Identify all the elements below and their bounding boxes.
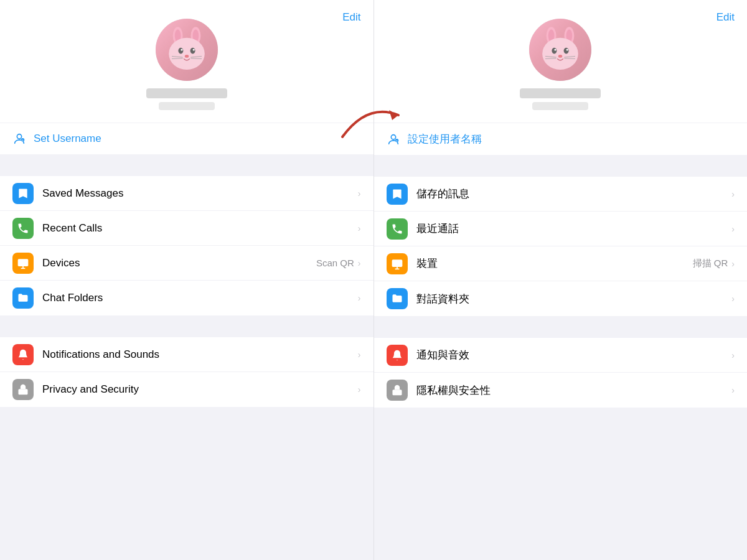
left-chat-folders-icon [12, 287, 34, 309]
right-devices-chevron: › [731, 259, 735, 269]
left-avatar [156, 19, 218, 81]
right-recent-calls[interactable]: 最近通話 › [374, 212, 748, 246]
right-recent-calls-chevron: › [731, 224, 735, 234]
left-divider-1 [0, 154, 374, 176]
left-devices-extra: Scan QR [316, 258, 354, 268]
right-saved-messages-label: 儲存的訊息 [416, 187, 732, 201]
right-recent-calls-label: 最近通話 [416, 222, 732, 236]
svg-rect-20 [19, 389, 28, 394]
svg-rect-38 [392, 259, 402, 267]
left-panel: Edit [0, 0, 374, 560]
left-privacy-icon [12, 379, 34, 400]
right-divider-1 [374, 155, 748, 177]
svg-point-9 [185, 55, 189, 58]
left-recent-calls-label: Recent Calls [42, 222, 358, 235]
svg-point-25 [542, 38, 578, 70]
svg-point-6 [190, 48, 195, 54]
right-notifications-chevron: › [731, 350, 735, 360]
svg-point-27 [564, 48, 569, 54]
left-menu-section-2: Notifications and Sounds › Privacy and S… [0, 337, 374, 407]
left-devices[interactable]: Devices Scan QR › [0, 246, 374, 281]
svg-point-29 [566, 49, 568, 50]
right-panel: Edit [374, 0, 748, 560]
right-recent-calls-icon [387, 218, 408, 240]
left-saved-messages-label: Saved Messages [42, 187, 358, 200]
right-devices-label: 裝置 [416, 256, 693, 271]
left-devices-icon [12, 253, 34, 274]
left-recent-calls[interactable]: Recent Calls › [0, 211, 374, 246]
right-username-icon: @ [387, 133, 400, 146]
right-devices-extra: 掃描 QR [693, 258, 728, 269]
right-notifications-label: 通知與音效 [416, 348, 732, 362]
right-phone-blur [532, 102, 588, 110]
right-privacy-label: 隱私權與安全性 [416, 383, 732, 398]
svg-rect-17 [18, 259, 29, 266]
left-edit-button[interactable]: Edit [342, 11, 360, 24]
svg-point-28 [555, 49, 557, 50]
right-avatar-svg [535, 25, 585, 75]
svg-point-7 [181, 49, 182, 50]
right-chat-folders[interactable]: 對話資料夾 › [374, 281, 748, 316]
right-privacy-chevron: › [731, 385, 735, 395]
right-menu-section-1: 儲存的訊息 › 最近通話 › 裝置 掃描 QR › 對話資料夾 › [374, 177, 748, 316]
left-menu-section-1: Saved Messages › Recent Calls › Devices … [0, 176, 374, 315]
left-username-section[interactable]: @ Set Username [0, 123, 374, 154]
right-privacy[interactable]: 隱私權與安全性 › [374, 373, 748, 408]
left-avatar-svg [162, 25, 212, 75]
left-phone-blur [159, 102, 215, 110]
left-devices-label: Devices [42, 257, 316, 269]
svg-rect-41 [392, 390, 402, 395]
left-privacy-label: Privacy and Security [42, 383, 358, 396]
left-privacy-chevron: › [358, 385, 361, 394]
right-profile-section: Edit [374, 0, 748, 123]
left-notifications-label: Notifications and Sounds [42, 348, 358, 361]
svg-point-30 [558, 55, 562, 58]
svg-point-4 [169, 38, 205, 70]
right-username-section[interactable]: @ 設定使用者名稱 [374, 123, 748, 155]
left-chat-folders-label: Chat Folders [42, 292, 358, 304]
left-username-icon: @ [12, 132, 26, 146]
right-saved-messages[interactable]: 儲存的訊息 › [374, 177, 748, 212]
right-notifications[interactable]: 通知與音效 › [374, 338, 748, 373]
svg-text:@: @ [395, 140, 398, 142]
left-devices-chevron: › [358, 258, 361, 268]
left-username-label: Set Username [34, 133, 101, 145]
right-menu-section-2: 通知與音效 › 隱私權與安全性 › [374, 338, 748, 408]
svg-point-35 [391, 134, 395, 139]
right-notifications-icon [387, 345, 408, 366]
left-profile-section: Edit [0, 0, 374, 123]
svg-point-5 [178, 48, 183, 54]
right-chat-folders-label: 對話資料夾 [416, 292, 732, 306]
right-chat-folders-chevron: › [731, 294, 735, 304]
right-name-blur [520, 88, 601, 98]
right-privacy-icon [387, 380, 408, 401]
right-devices-icon [387, 253, 408, 274]
right-saved-messages-chevron: › [731, 189, 735, 199]
right-divider-2 [374, 316, 748, 338]
left-saved-messages-icon [12, 183, 34, 204]
left-recent-calls-chevron: › [358, 223, 361, 233]
left-chat-folders-chevron: › [358, 293, 361, 303]
left-notifications-chevron: › [358, 350, 361, 360]
right-saved-messages-icon [387, 184, 408, 205]
left-name-blur [146, 88, 227, 98]
left-notifications-icon [12, 344, 34, 365]
right-devices[interactable]: 裝置 掃描 QR › [374, 246, 748, 281]
left-saved-messages-chevron: › [358, 189, 361, 198]
left-notifications[interactable]: Notifications and Sounds › [0, 337, 374, 372]
svg-text:@: @ [21, 139, 24, 142]
left-saved-messages[interactable]: Saved Messages › [0, 176, 374, 211]
right-avatar [529, 19, 591, 81]
right-username-label: 設定使用者名稱 [408, 132, 482, 146]
svg-point-14 [17, 134, 21, 139]
left-recent-calls-icon [12, 218, 34, 239]
right-edit-button[interactable]: Edit [716, 11, 735, 24]
left-chat-folders[interactable]: Chat Folders › [0, 281, 374, 315]
left-divider-2 [0, 315, 374, 337]
left-privacy[interactable]: Privacy and Security › [0, 372, 374, 407]
right-chat-folders-icon [387, 288, 408, 309]
svg-point-26 [552, 48, 557, 54]
svg-point-8 [192, 49, 194, 50]
